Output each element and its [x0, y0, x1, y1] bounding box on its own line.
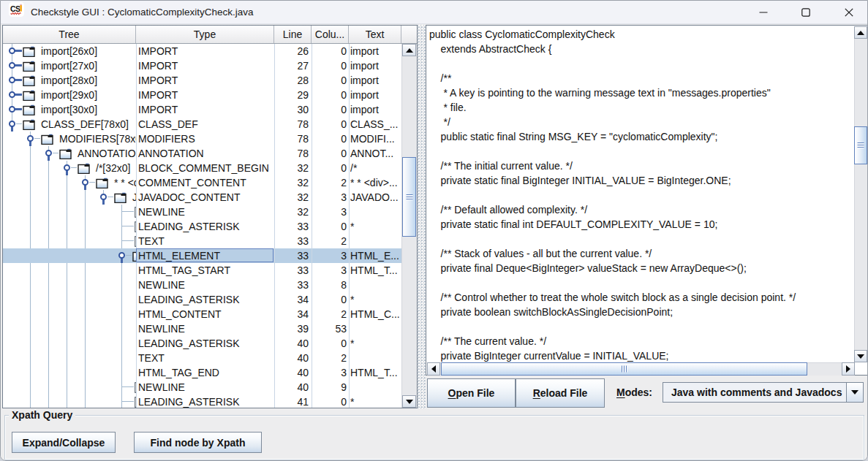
- cell-column[interactable]: 3: [312, 205, 347, 219]
- cell-line[interactable]: 28: [274, 73, 309, 88]
- cell-type[interactable]: HTML_TAG_START: [138, 263, 273, 278]
- tree-table-row-import-30x0[interactable]: import[30x0]IMPORT300import: [3, 102, 401, 117]
- cell-line[interactable]: 33: [274, 219, 309, 234]
- cell-text[interactable]: * * <div>...: [350, 175, 401, 190]
- tree-collapse-handle-icon[interactable]: [82, 179, 88, 186]
- cell-text[interactable]: import: [350, 58, 401, 73]
- cell-text[interactable]: HTML_E...: [350, 248, 401, 263]
- cell-text[interactable]: *: [350, 336, 401, 351]
- tree-table-row-html_content-34x2[interactable]: HTML_CONTENT342HTML_C...: [3, 307, 401, 321]
- cell-line[interactable]: 30: [274, 102, 309, 117]
- cell-text[interactable]: HTML_C...: [350, 307, 401, 321]
- cell-line[interactable]: 78: [274, 132, 309, 146]
- tree-table-row-leading_asterisk-33x0[interactable]: LEADING_ASTERISK330*: [3, 219, 401, 234]
- tree-table-row-leading_asterisk-40x0[interactable]: LEADING_ASTERISK400*: [3, 336, 401, 351]
- find-node-by-xpath-button[interactable]: Find node by Xpath: [134, 432, 262, 453]
- tree-table-row-html_tag_end-40x3[interactable]: HTML_TAG_END403HTML_T...: [3, 365, 401, 380]
- source-scroll-right-button[interactable]: [842, 362, 855, 376]
- cell-type[interactable]: MODIFIERS: [138, 132, 273, 146]
- cell-line[interactable]: 40: [274, 351, 309, 365]
- cell-type[interactable]: HTML_TAG_END: [138, 365, 273, 380]
- cell-text[interactable]: [350, 351, 401, 365]
- tree-table-row-import-28x0[interactable]: import[28x0]IMPORT280import: [3, 73, 401, 88]
- cell-column[interactable]: 0: [312, 73, 347, 88]
- cell-type[interactable]: NEWLINE: [138, 205, 273, 219]
- cell-text[interactable]: JAVADO...: [350, 190, 401, 205]
- cell-text[interactable]: /*: [350, 161, 401, 175]
- source-vertical-scrollbar[interactable]: [854, 26, 867, 362]
- tree-collapse-handle-icon[interactable]: [9, 121, 15, 127]
- cell-column[interactable]: 3: [312, 190, 347, 205]
- source-horizontal-scrollbar[interactable]: [427, 362, 855, 376]
- cell-text[interactable]: *: [350, 292, 401, 307]
- cell-column[interactable]: 2: [312, 307, 347, 321]
- tree-table-row-newline-39x53[interactable]: NEWLINE3953: [3, 321, 401, 336]
- cell-column[interactable]: 0: [312, 336, 347, 351]
- cell-type[interactable]: IMPORT: [138, 73, 273, 88]
- cell-column[interactable]: 0: [312, 219, 347, 234]
- cell-column[interactable]: 8: [312, 278, 347, 292]
- tree-collapse-handle-icon[interactable]: [45, 150, 52, 156]
- cell-type[interactable]: IMPORT: [138, 88, 273, 102]
- split-pane-divider[interactable]: [418, 25, 426, 408]
- cell-line[interactable]: 78: [274, 146, 309, 161]
- cell-column[interactable]: 0: [312, 395, 347, 408]
- maximize-button[interactable]: [788, 1, 823, 24]
- tree-expand-handle-icon[interactable]: [9, 47, 15, 54]
- cell-type[interactable]: LEADING_ASTERISK: [138, 292, 273, 307]
- cell-text[interactable]: [350, 234, 401, 248]
- cell-type[interactable]: NEWLINE: [138, 278, 273, 292]
- cell-line[interactable]: 39: [274, 321, 309, 336]
- cell-type[interactable]: IMPORT: [138, 44, 273, 58]
- cell-line[interactable]: 27: [274, 58, 309, 73]
- open-file-button[interactable]: Open File: [427, 378, 516, 408]
- cell-line[interactable]: 33: [274, 278, 309, 292]
- cell-type[interactable]: LEADING_ASTERISK: [138, 395, 273, 408]
- source-scroll-down-button[interactable]: [854, 350, 867, 362]
- cell-text[interactable]: HTML_T...: [350, 263, 401, 278]
- cell-column[interactable]: 0: [312, 132, 347, 146]
- cell-type[interactable]: TEXT: [138, 351, 273, 365]
- tree-table-row-leading_asterisk-34x0[interactable]: LEADING_ASTERISK340*: [3, 292, 401, 307]
- cell-type[interactable]: COMMENT_CONTENT: [138, 175, 273, 190]
- cell-line[interactable]: 33: [274, 248, 309, 263]
- cell-line[interactable]: 33: [274, 263, 309, 278]
- cell-text[interactable]: import: [350, 102, 401, 117]
- cell-column[interactable]: 0: [312, 117, 347, 132]
- cell-line[interactable]: 41: [274, 395, 309, 408]
- tree-expand-handle-icon[interactable]: [9, 62, 15, 69]
- cell-column[interactable]: 0: [312, 44, 347, 58]
- cell-column[interactable]: 2: [312, 351, 347, 365]
- cell-text[interactable]: [350, 380, 401, 395]
- cell-text[interactable]: *: [350, 219, 401, 234]
- cell-line[interactable]: 34: [274, 307, 309, 321]
- tree-table-row-class_def-78x0[interactable]: CLASS_DEF[78x0]CLASS_DEF780CLASS_...: [3, 117, 401, 132]
- tree-collapse-handle-icon[interactable]: [64, 164, 70, 171]
- tree-scroll-up-button[interactable]: [402, 44, 416, 56]
- cell-line[interactable]: 32: [274, 161, 309, 175]
- cell-column[interactable]: 0: [312, 146, 347, 161]
- column-header-text[interactable]: Text: [349, 26, 401, 43]
- cell-column[interactable]: 3: [312, 365, 347, 380]
- cell-line[interactable]: 40: [274, 365, 309, 380]
- cell-line[interactable]: 33: [274, 234, 309, 248]
- cell-type[interactable]: HTML_CONTENT: [138, 307, 273, 321]
- tree-table-row-newline-33x8[interactable]: NEWLINE338: [3, 278, 401, 292]
- tree-table-row-import-29x0[interactable]: import[29x0]IMPORT290import: [3, 88, 401, 102]
- cell-column[interactable]: 2: [312, 234, 347, 248]
- tree-table-row-annotation-78x0[interactable]: ANNOTATION[78x0]ANNOTATION780ANNOT...: [3, 146, 401, 161]
- cell-text[interactable]: import: [350, 44, 401, 58]
- cell-column[interactable]: 0: [312, 102, 347, 117]
- source-scroll-up-button[interactable]: [854, 26, 867, 39]
- cell-line[interactable]: 78: [274, 117, 309, 132]
- minimize-button[interactable]: [746, 1, 780, 24]
- column-header-tree[interactable]: Tree: [3, 26, 136, 43]
- tree-collapse-handle-icon[interactable]: [118, 252, 125, 259]
- tree-vertical-scrollbar[interactable]: [401, 44, 417, 408]
- tree-table-row-html_element-33x3[interactable]: HTML_ELEMENT[33x3]HTML_ELEMENT333HTML_E.…: [3, 248, 401, 263]
- cell-type[interactable]: JAVADOC_CONTENT: [138, 190, 273, 205]
- cell-text[interactable]: [350, 278, 401, 292]
- tree-table-row-modifiers-78x0[interactable]: MODIFIERS[78x0]MODIFIERS780MODIFI...: [3, 132, 401, 146]
- cell-text[interactable]: HTML_T...: [350, 365, 401, 380]
- cell-text[interactable]: MODIFI...: [350, 132, 401, 146]
